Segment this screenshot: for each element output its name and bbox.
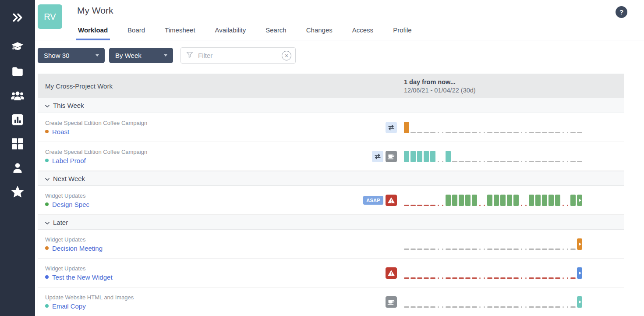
graduation-cap-icon (11, 41, 25, 53)
timeline-dash (555, 132, 560, 133)
show-count-dropdown[interactable]: Show 30 (38, 48, 105, 63)
weekend-dot (563, 205, 564, 206)
tab-search[interactable]: Search (265, 26, 287, 40)
section-header-next-week[interactable]: Next Week (38, 171, 624, 186)
timeline-dash (548, 306, 554, 308)
timeline-dash (529, 306, 534, 308)
timeline-dash (542, 277, 547, 279)
tab-board[interactable]: Board (127, 26, 145, 40)
timeline-dash (472, 249, 477, 250)
timeline-dash (494, 132, 499, 133)
task-status-dot-icon (45, 159, 49, 162)
timeline-dash (577, 132, 582, 133)
timeline-dash (452, 277, 457, 279)
task-link[interactable]: Label Proof (52, 157, 86, 164)
row-status-icons (386, 267, 397, 279)
timeline-dash (452, 132, 457, 133)
clear-filter-icon[interactable]: × (282, 51, 291, 60)
timeline-bar (570, 195, 576, 206)
timeline-dash (507, 306, 512, 308)
asap-badge: ASAP (363, 196, 383, 205)
project-name: Widget Updates (45, 192, 363, 199)
task-row: Create Special Edition Coffee CampaignLa… (38, 142, 624, 171)
coffee-cup-icon (386, 151, 397, 162)
sidebar-item-favorites[interactable] (10, 185, 25, 199)
weekend-dot (525, 161, 527, 162)
task-link[interactable]: Email Copy (52, 302, 86, 310)
sidebar-item-people[interactable] (10, 89, 25, 103)
timeline-dash (494, 306, 499, 308)
tab-availability[interactable]: Availability (215, 26, 246, 40)
task-link[interactable]: Design Spec (52, 201, 89, 208)
timeline-dash (513, 161, 519, 162)
app-window: RV My Work WorkloadBoardTimesheetAvailab… (0, 0, 644, 316)
weekend-dot (567, 277, 568, 279)
main-area: RV My Work WorkloadBoardTimesheetAvailab… (35, 0, 644, 316)
tab-workload[interactable]: Workload (76, 26, 110, 40)
weekend-dot (525, 306, 527, 308)
tab-access[interactable]: Access (352, 26, 373, 40)
timeline-dash (529, 161, 534, 162)
sidebar-item-reports[interactable] (10, 113, 25, 127)
timeline-dash (417, 132, 422, 133)
timeline-dash (500, 277, 506, 279)
chevron-down-icon (45, 102, 50, 109)
timeline-bar (472, 195, 477, 206)
sidebar-item-expand-sidebar[interactable] (10, 11, 25, 25)
timeline-dash (494, 249, 499, 250)
weekend-dot (479, 277, 481, 279)
sidebar-item-my-work[interactable] (10, 161, 25, 175)
workload-timeline (404, 122, 586, 133)
section-header-later[interactable]: Later (38, 215, 624, 230)
sidebar-item-projects[interactable] (10, 64, 25, 78)
help-button[interactable]: ? (616, 6, 627, 18)
group-by-dropdown[interactable]: By Week (109, 48, 173, 63)
weekend-dot (479, 132, 481, 133)
timeline-dash (404, 306, 409, 308)
timeline-dash (494, 161, 499, 162)
tab-timesheet[interactable]: Timesheet (165, 26, 195, 40)
task-link[interactable]: Test the New Widget (52, 273, 113, 281)
weekend-dot (438, 277, 439, 279)
weekend-dot (521, 132, 522, 133)
weekend-dot (525, 277, 527, 279)
filter-input[interactable] (197, 51, 278, 60)
warning-triangle-icon (386, 195, 397, 206)
page-title: My Work (77, 5, 113, 16)
timeline-dash (535, 249, 541, 250)
timeline-bar (404, 122, 409, 133)
weekend-dot (479, 306, 481, 308)
timeline-dash (459, 161, 464, 162)
row-status-icons (386, 122, 397, 133)
task-row: Update Website HTML and ImagesEmail Copy (38, 288, 624, 316)
coffee-cup-icon (386, 296, 397, 308)
timeline-dash (542, 249, 547, 250)
workload-timeline (404, 296, 586, 308)
task-status-dot-icon (45, 304, 49, 308)
timeline-dash (424, 205, 429, 206)
timeline-bar (404, 151, 409, 162)
weekend-dot (442, 161, 443, 162)
task-link[interactable]: Roast (52, 128, 69, 135)
timeline-dash (507, 249, 512, 250)
sidebar-item-academy[interactable] (10, 40, 25, 54)
timeline-dash (446, 249, 451, 250)
task-status-dot-icon (45, 130, 49, 133)
timeline-bar (507, 195, 512, 206)
task-link[interactable]: Decision Meeting (52, 245, 103, 252)
timeline-bar (424, 151, 429, 162)
timeline-dash (513, 277, 519, 279)
timeline-dash (542, 161, 547, 162)
sidebar-item-dashboards[interactable] (10, 137, 25, 151)
table-body: This WeekCreate Special Edition Coffee C… (38, 98, 624, 316)
section-header-this-week[interactable]: This Week (38, 98, 624, 113)
timeline-continue-arrow-icon (577, 267, 582, 279)
timeline-dash (417, 277, 422, 279)
timeline-dash (424, 306, 429, 308)
page-header: RV My Work WorkloadBoardTimesheetAvailab… (35, 0, 644, 40)
weekend-dot (525, 132, 527, 133)
toolbar: Show 30 By Week × (35, 40, 644, 64)
tab-profile[interactable]: Profile (393, 26, 412, 40)
timeline-continue-arrow-icon (577, 296, 582, 308)
tab-changes[interactable]: Changes (306, 26, 333, 40)
